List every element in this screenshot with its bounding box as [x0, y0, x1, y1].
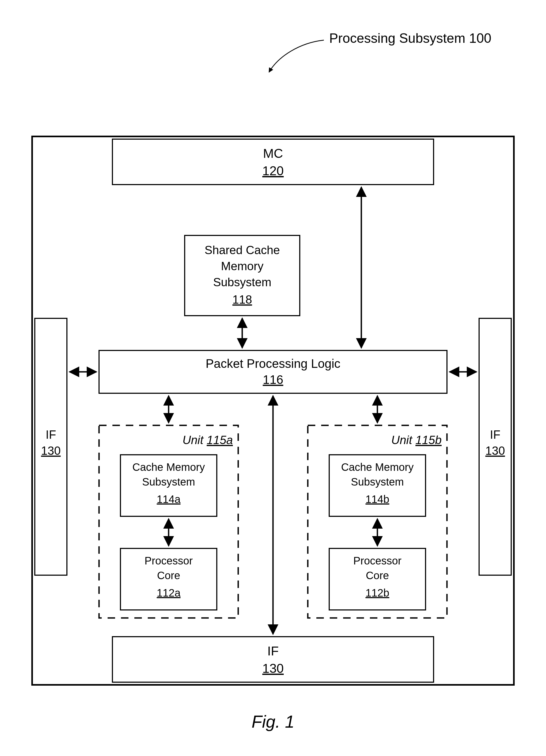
mc-block: MC 120 — [112, 139, 434, 185]
mc-ref: 120 — [262, 164, 284, 178]
if-left-block: IF 130 — [35, 318, 67, 575]
if-bottom-block: IF 130 — [112, 637, 434, 682]
svg-text:Processing Subsystem
       
 : Processing Subsystem 100 — [329, 31, 491, 46]
cache-b-line1: Cache Memory — [341, 461, 414, 473]
unit-a-ref: 115a — [206, 433, 233, 446]
unit-b-ref: 115b — [415, 433, 442, 446]
core-a-block: Processor Core 112a — [120, 548, 217, 610]
cache-a-ref: 114a — [157, 493, 181, 505]
core-b-block: Processor Core 112b — [329, 548, 426, 610]
shared-cache-ref: 118 — [232, 293, 252, 306]
diagram-canvas: Processing Subsystem 100 MC 120 IF 130 I… — [0, 0, 546, 756]
cache-a-line1: Cache Memory — [132, 461, 205, 473]
if-right-ref: 130 — [485, 444, 505, 457]
unit-b-label: Unit — [391, 433, 413, 446]
core-a-line1: Processor — [144, 555, 193, 567]
cache-a-block: Cache Memory Subsystem 114a — [120, 455, 217, 516]
shared-cache-block: Shared Cache Memory Subsystem 118 — [185, 235, 300, 316]
ppl-ref: 116 — [263, 373, 284, 387]
shared-cache-line3: Subsystem — [213, 276, 271, 289]
core-b-ref: 112b — [366, 587, 390, 599]
shared-cache-line1: Shared Cache — [204, 243, 280, 257]
core-b-line2: Core — [366, 570, 389, 581]
figure-caption: Fig. 1 — [251, 712, 295, 731]
cache-b-line2: Subsystem — [351, 476, 404, 488]
svg-text:Unit
       
      115a: Unit 115a — [182, 433, 233, 446]
svg-text:Unit
       
      115b: Unit 115b — [391, 433, 442, 446]
title-ref: 100 — [469, 31, 491, 46]
mc-label: MC — [263, 146, 283, 161]
core-a-ref: 112a — [157, 587, 181, 599]
core-a-line2: Core — [157, 570, 180, 581]
ppl-label: Packet Processing Logic — [205, 357, 341, 371]
title-callout: Processing Subsystem 100 — [269, 31, 491, 72]
if-left-ref: 130 — [41, 444, 60, 457]
if-right-label: IF — [490, 428, 500, 441]
title-text: Processing Subsystem — [329, 31, 465, 46]
cache-b-ref: 114b — [366, 493, 390, 505]
if-bottom-ref: 130 — [262, 661, 284, 675]
unit-a-label: Unit — [182, 433, 204, 446]
cache-a-line2: Subsystem — [142, 476, 195, 488]
if-bottom-label: IF — [267, 644, 279, 658]
cache-b-block: Cache Memory Subsystem 114b — [329, 455, 426, 516]
core-b-line1: Processor — [353, 555, 402, 567]
if-left-label: IF — [45, 428, 56, 441]
ppl-block: Packet Processing Logic 116 — [99, 350, 447, 393]
if-right-block: IF 130 — [479, 318, 511, 575]
shared-cache-line2: Memory — [221, 259, 263, 273]
